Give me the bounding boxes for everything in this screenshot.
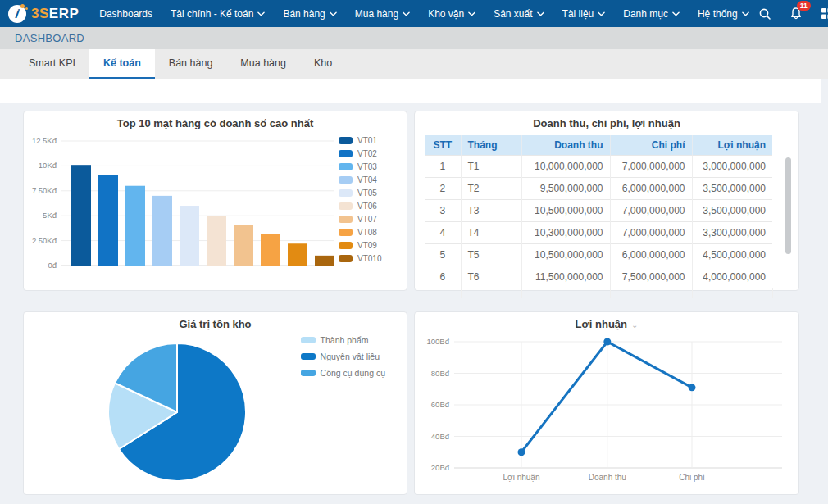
top-navbar: i 3SERP DashboardsTài chính - Kế toánBán… [0,0,828,27]
tab-ke-toan[interactable]: Kế toán [89,49,155,79]
y-tick-label: 80Bđ [431,369,450,378]
chevron-down-icon [257,11,265,16]
legend-label: VT04 [357,175,377,184]
panel-inventory-pie-chart: Giá trị tồn kho Thành phẩmNguyên vật liệ… [23,311,407,495]
y-tick-label: 7.50Kđ [32,186,57,195]
table-title: Doanh thu, chi phí, lợi nhuận [415,111,798,129]
pie-chart-title: Giá trị tồn kho [24,312,407,330]
legend-swatch [339,216,353,223]
table-scrollbar[interactable] [785,157,791,254]
chevron-down-icon [742,11,749,16]
nav-item-tai-chinh-ke-toan[interactable]: Tài chính - Kế toán [162,0,274,27]
x-tick-label: Chi phí [679,473,705,482]
chevron-down-icon [598,11,605,16]
bar-legend-item-vt08[interactable]: VT08 [339,228,381,237]
legend-swatch [339,229,353,236]
table-row[interactable]: 2T29,500,000,0006,000,000,0003,500,000,0… [425,178,772,200]
top10-bar-chart: 12.5Kđ10Kđ7.50Kđ5Kđ2.50Kđ0đ [24,129,339,284]
legend-swatch [339,255,353,262]
y-tick-label: 0đ [48,261,57,270]
legend-swatch [339,137,353,144]
nav-item-dashboards[interactable]: Dashboards [90,0,162,27]
nav-item-he-thong[interactable]: Hệ thống [689,0,758,27]
bar-legend-item-vt06[interactable]: VT06 [339,202,381,211]
legend-swatch [301,353,316,360]
tab-mua-hang[interactable]: Mua hàng [226,49,300,79]
table-row[interactable]: 4T410,300,000,0007,000,000,0003,300,000,… [425,222,772,244]
data-point-doanh-thu[interactable] [603,338,611,346]
column-header-thang: Tháng [461,135,521,156]
main-menu: DashboardsTài chính - Kế toánBán hàngMua… [90,0,757,27]
profit-line-chart: 100Bđ80Bđ60Bđ40Bđ20BđLợi nhuậnDoanh thuC… [415,330,789,493]
bar-legend-item-vt07[interactable]: VT07 [339,215,381,224]
legend-label: VT08 [357,228,377,237]
panel-profit-line-chart: Lợi nhuận⌄ 100Bđ80Bđ60Bđ40Bđ20BđLợi nhuậ… [414,311,799,495]
legend-label: VT09 [357,241,377,250]
bar-legend-item-vt05[interactable]: VT05 [339,188,381,198]
pie-chart-legend: Thành phẩmNguyên vật liệuCông cụ dụng cụ [301,335,385,378]
nav-item-danh-muc[interactable]: Danh mục [614,0,689,27]
chevron-down-icon [468,11,475,16]
legend-label: VT06 [357,202,377,211]
legend-label: Thành phẩm [321,335,369,345]
bar-vt01[interactable] [71,165,91,266]
nav-item-ban-hang[interactable]: Bán hàng [274,0,345,27]
table-row[interactable]: 6T611,500,000,0007,500,000,0004,000,000,… [425,266,772,288]
nav-item-kho-van[interactable]: Kho vận [419,0,485,27]
bar-legend-item-vt03[interactable]: VT03 [339,162,381,171]
table-row[interactable]: 3T310,500,000,0007,000,000,0003,500,000,… [425,200,772,222]
notifications-bell-icon[interactable]: 11 [789,7,803,20]
legend-swatch [339,163,353,170]
bar-legend-item-vt010[interactable]: VT010 [339,254,381,263]
bar-vt02[interactable] [98,175,118,266]
bar-legend-item-vt01[interactable]: VT01 [339,136,381,145]
nav-item-san-xuat[interactable]: Sản xuất [485,0,553,27]
bar-vt06[interactable] [207,216,226,266]
data-point-chi-phi[interactable] [689,384,696,391]
nav-item-tai-lieu[interactable]: Tài liệu [553,0,615,27]
inventory-pie-chart [24,332,319,493]
column-header-loi-nhuan: Lợi nhuận [692,135,772,156]
legend-label: VT02 [357,149,377,158]
bar-vt03[interactable] [125,186,145,266]
nav-item-mua-hang[interactable]: Mua hàng [346,0,419,27]
pie-legend-item-thanh-pham[interactable]: Thành phẩm [301,335,385,345]
bar-vt07[interactable] [234,225,253,266]
y-tick-label: 20Bđ [431,463,450,472]
bar-legend-item-vt02[interactable]: VT02 [339,149,381,158]
filter-band [0,79,821,103]
brand-name: 3SERP [31,6,79,22]
pie-legend-item-cong-cu-dung-cu[interactable]: Công cụ dụng cụ [301,368,385,378]
chevron-down-icon [537,11,544,16]
x-tick-label: Doanh thu [589,473,626,482]
tab-smart-kpi[interactable]: Smart KPI [15,49,89,79]
search-icon[interactable] [758,7,771,20]
bar-vt08[interactable] [261,234,280,266]
bar-chart-title: Top 10 mặt hàng có doanh số cao nhất [24,111,407,129]
tab-kho[interactable]: Kho [300,49,346,79]
chevron-down-icon [672,11,680,16]
bar-legend-item-vt09[interactable]: VT09 [339,241,381,250]
data-point-loi-nhuan[interactable] [518,448,525,456]
profit-line-series [521,342,692,452]
tab-ban-hang[interactable]: Bán hàng [155,49,227,79]
pie-legend-item-nguyen-vat-lieu[interactable]: Nguyên vật liệu [301,352,385,361]
y-tick-label: 2.50Kđ [32,236,57,245]
line-chart-title: Lợi nhuận⌄ [415,312,798,330]
title-caret-icon[interactable]: ⌄ [631,320,638,329]
legend-label: Công cụ dụng cụ [321,368,385,378]
table-row[interactable]: 1T110,000,000,0007,000,000,0003,000,000,… [425,156,772,178]
column-header-chi-phi: Chi phí [610,135,692,156]
bar-vt09[interactable] [288,243,307,266]
app-logo[interactable]: i 3SERP [0,5,90,23]
bar-vt04[interactable] [152,196,172,266]
breadcrumb-bar: DASHBOARD [0,27,828,49]
bar-vt05[interactable] [180,206,199,266]
y-tick-label: 100Bđ [427,337,450,346]
bar-legend-item-vt04[interactable]: VT04 [339,175,381,184]
apps-grid-icon[interactable] [821,7,828,20]
bar-vt010[interactable] [315,256,334,266]
legend-swatch [301,370,316,376]
table-row[interactable]: 5T510,500,000,0006,000,000,0004,500,000,… [425,244,772,266]
legend-label: VT01 [357,136,377,145]
